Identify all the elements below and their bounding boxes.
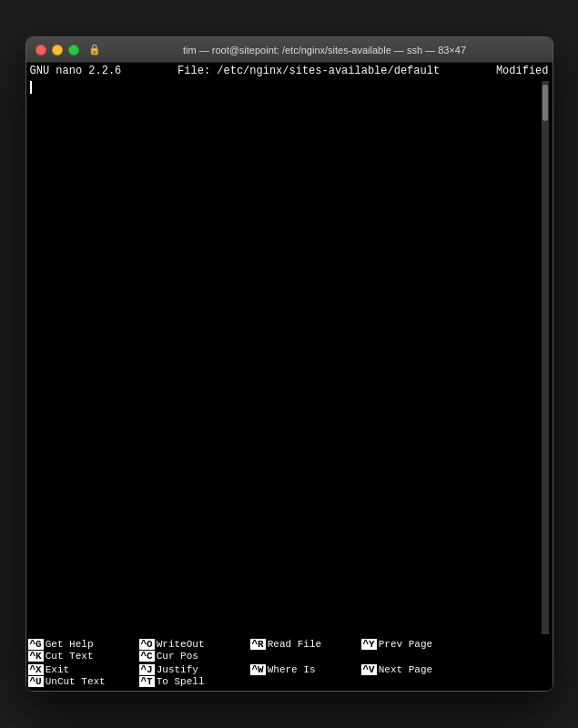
nano-key-writeout: ^O [139, 639, 155, 650]
nano-key-readfile: ^R [250, 639, 266, 650]
nano-label-readfile: Read File [268, 639, 321, 650]
close-button[interactable] [35, 45, 46, 56]
scrollbar-thumb[interactable] [543, 85, 548, 121]
nano-cmd-whereis[interactable]: ^W Where Is [250, 664, 360, 675]
terminal-window: 🔒 tim — root@sitepoint: /etc/nginx/sites… [25, 36, 553, 692]
nano-footer: ^G Get Help ^O WriteOut ^R Read File ^Y … [26, 636, 553, 691]
nano-cmd-writeout[interactable]: ^O WriteOut [139, 639, 248, 650]
nano-content[interactable] [26, 79, 553, 636]
nano-cmd-prevpage[interactable]: ^Y Prev Page [361, 639, 471, 650]
nano-key-uncuttext: ^U [28, 676, 44, 687]
nano-key-nextpage: ^V [361, 664, 377, 675]
nano-key-prevpage: ^Y [361, 639, 377, 650]
nano-cmd-exit[interactable]: ^X Exit [28, 664, 137, 675]
lock-icon: 🔒 [88, 44, 101, 56]
nano-version: GNU nano 2.2.6 [30, 65, 122, 77]
nano-footer-row-1: ^G Get Help ^O WriteOut ^R Read File ^Y … [26, 638, 553, 663]
nano-text-area[interactable] [30, 81, 542, 634]
nano-cmd-readfile[interactable]: ^R Read File [250, 639, 360, 650]
cursor [30, 81, 32, 94]
nano-label-cuttext: Cut Text [46, 651, 94, 662]
maximize-button[interactable] [68, 45, 79, 56]
nano-cmd-help[interactable]: ^G Get Help [28, 639, 137, 650]
nano-label-justify: Justify [157, 664, 198, 675]
nano-label-whereis: Where Is [268, 664, 316, 675]
nano-status: Modified [496, 65, 549, 77]
nano-key-exit: ^X [28, 664, 44, 675]
nano-key-curpos: ^C [139, 651, 155, 662]
nano-key-whereis: ^W [250, 664, 266, 675]
scrollbar[interactable] [542, 81, 549, 634]
nano-label-writeout: WriteOut [157, 639, 205, 650]
nano-label-help: Get Help [46, 639, 94, 650]
nano-key-justify: ^J [139, 664, 155, 675]
nano-cmd-tospell[interactable]: ^T To Spell [139, 676, 248, 687]
minimize-button[interactable] [52, 45, 63, 56]
nano-label-exit: Exit [46, 664, 69, 675]
title-bar: 🔒 tim — root@sitepoint: /etc/nginx/sites… [26, 37, 553, 63]
nano-file: File: /etc/nginx/sites-available/default [177, 65, 440, 77]
traffic-lights [35, 45, 79, 56]
nano-label-tospell: To Spell [157, 676, 205, 687]
nano-cmd-justify[interactable]: ^J Justify [139, 664, 248, 675]
nano-label-uncuttext: UnCut Text [46, 676, 106, 687]
nano-cmd-uncuttext[interactable]: ^U UnCut Text [28, 676, 137, 687]
nano-cmd-cuttext[interactable]: ^K Cut Text [28, 651, 137, 662]
nano-cmd-nextpage[interactable]: ^V Next Page [361, 664, 471, 675]
nano-key-tospell: ^T [139, 676, 155, 687]
window-title: tim — root@sitepoint: /etc/nginx/sites-a… [106, 45, 543, 56]
nano-label-curpos: Cur Pos [157, 651, 198, 662]
nano-key-cuttext: ^K [28, 651, 44, 662]
terminal-area[interactable]: GNU nano 2.2.6 File: /etc/nginx/sites-av… [26, 63, 553, 691]
nano-footer-row-2: ^X Exit ^J Justify ^W Where Is ^V Next P… [26, 663, 553, 689]
nano-label-prevpage: Prev Page [379, 639, 432, 650]
nano-header: GNU nano 2.2.6 File: /etc/nginx/sites-av… [26, 63, 553, 79]
nano-label-nextpage: Next Page [379, 664, 432, 675]
nano-cmd-curpos[interactable]: ^C Cur Pos [139, 651, 248, 662]
nano-key-help: ^G [28, 639, 44, 650]
